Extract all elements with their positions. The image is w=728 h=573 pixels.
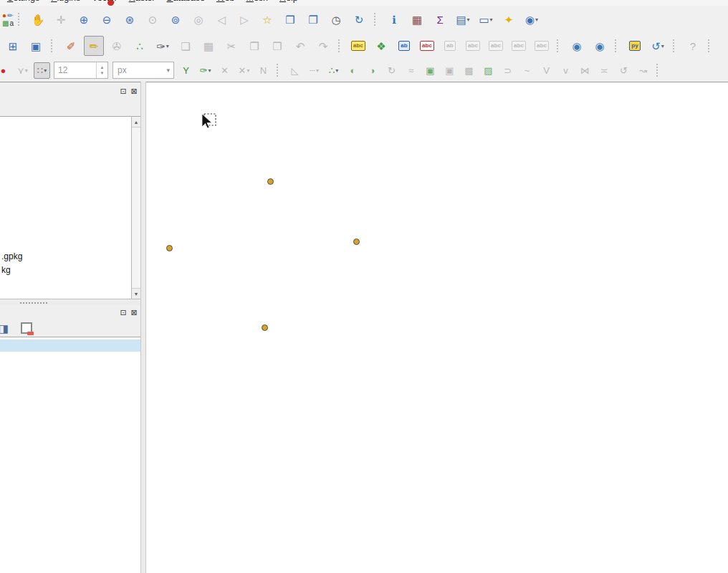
open-attribute-table-icon[interactable]: ▦ (407, 9, 427, 29)
vertex-tool-all-layers-icon[interactable]: ✕ (216, 62, 233, 79)
cad-tools-icon[interactable]: ◺ (287, 62, 303, 79)
browser-tree[interactable]: .gpkgkg ▲ ▼ (0, 116, 140, 299)
menu-raster[interactable]: Raster (123, 0, 161, 3)
zoom-out-icon[interactable]: ⊖ (97, 9, 117, 29)
reshape-features-icon[interactable]: ~ (519, 62, 535, 79)
snapping-tolerance-spin[interactable]: 12▲▼ (54, 62, 108, 79)
bookmarks-panel-icon[interactable]: ❐ (303, 9, 323, 29)
zoom-next-icon[interactable]: ▷ (234, 9, 254, 29)
layers-tree[interactable] (0, 337, 140, 573)
add-ring-icon[interactable]: ▣ (422, 62, 439, 79)
clipped-legend-filter-icon[interactable]: ◨ (0, 319, 14, 337)
float-panel-icon[interactable]: ⊡ (119, 308, 128, 317)
rotate-feature-icon[interactable]: ↻ (383, 62, 400, 79)
highlight-pinned-labels-icon[interactable]: abc (417, 36, 437, 56)
remove-layer-icon[interactable] (16, 319, 37, 337)
statistical-summary-icon[interactable]: Σ (430, 9, 450, 29)
vertex-snapping-icon[interactable]: ∷▾ (34, 62, 50, 79)
split-parts-icon[interactable]: v (557, 62, 574, 79)
close-panel-icon[interactable]: ⊠ (130, 308, 138, 317)
menu-settings[interactable]: Settings (1, 0, 45, 3)
layer-diagram-icon[interactable]: ❖ (371, 36, 391, 56)
new-map-view-icon[interactable]: ⊞ (3, 36, 23, 56)
undo-icon[interactable]: ↶ (290, 36, 310, 56)
redo-icon[interactable]: ↷ (313, 36, 333, 56)
delete-selected-icon[interactable]: ▦ (198, 36, 219, 56)
browser-item[interactable]: kg (0, 264, 140, 277)
pan-to-selection-icon[interactable]: ✛ (51, 9, 71, 29)
map-canvas[interactable] (146, 82, 728, 573)
globe-remove-icon[interactable]: ◉ (590, 36, 610, 56)
refresh-map-icon[interactable]: ↻ (349, 9, 369, 29)
menu-mesh[interactable]: Mesh (240, 0, 274, 3)
move-label-icon[interactable]: ab (440, 36, 460, 56)
close-panel-icon[interactable]: ⊠ (130, 87, 138, 95)
scroll-down-icon[interactable]: ▼ (132, 288, 140, 299)
modify-attributes-icon[interactable]: ❏ (176, 36, 196, 56)
delete-part-icon[interactable]: ▨ (480, 62, 497, 79)
new-3d-map-view-icon[interactable]: ▣ (26, 36, 46, 56)
zoom-native-icon[interactable]: ◎ (188, 9, 209, 29)
show-bookmarks-icon[interactable]: ❒ (280, 9, 300, 29)
menu-web[interactable]: Web (211, 0, 240, 3)
pin-labels-icon[interactable]: ab (394, 36, 414, 56)
globe-add-icon[interactable]: ◉ (567, 36, 587, 56)
rotate-label-icon[interactable]: abc (486, 36, 506, 56)
zoom-in-icon[interactable]: ⊕ (74, 9, 94, 29)
zoom-full-icon[interactable]: ⊛ (120, 9, 140, 29)
offset-curve-icon[interactable]: ⊃ (499, 62, 516, 79)
construction-guides-icon[interactable]: ┄▾ (306, 62, 322, 79)
python-console-icon[interactable]: py (625, 36, 645, 56)
new-spatial-bookmark-icon[interactable]: ☆ (257, 9, 277, 29)
zoom-last-icon[interactable]: ◁ (211, 9, 231, 29)
pan-map-icon[interactable]: ✋ (28, 9, 48, 29)
change-label-properties-icon[interactable]: abc (532, 36, 552, 56)
merge-features-icon[interactable]: ⋈ (577, 62, 593, 79)
undo-label-edits-icon[interactable]: abc (509, 36, 529, 56)
topological-editing-icon[interactable]: Y (178, 62, 194, 79)
paste-features-icon[interactable]: ❒ (267, 36, 287, 56)
snapping-mode-icon[interactable]: ⋎▾ (14, 62, 31, 79)
current-edits-icon[interactable]: ✐ (61, 36, 81, 56)
show-hide-labels-icon[interactable]: abc (463, 36, 483, 56)
rotate-point-symbols-icon[interactable]: ↺ (616, 62, 632, 79)
enable-tracing-icon[interactable]: ✑▾ (197, 62, 214, 79)
map-tips-icon[interactable]: ✦ (499, 9, 519, 29)
identify-features-icon[interactable]: ℹ (384, 9, 404, 29)
digitize-shape-icon[interactable]: ∴▾ (325, 62, 342, 79)
temporal-controller-icon[interactable]: ◷ (326, 9, 346, 29)
vertex-tool-current-layer-icon[interactable]: ✕▾ (236, 62, 252, 79)
save-layer-edits-icon[interactable]: ✇ (107, 36, 127, 56)
browser-item[interactable]: .gpkg (0, 250, 140, 264)
circular-arrow-plugin-icon[interactable]: ↺▾ (648, 36, 668, 56)
add-point-feature-icon[interactable]: ∴ (130, 36, 150, 56)
panel-splitter-horizontal[interactable] (0, 300, 140, 305)
menu-vector[interactable]: Vector (86, 0, 123, 3)
vertex-tool-icon[interactable]: ✑▾ (153, 36, 173, 56)
attribute-table-views-icon[interactable]: ▤▾ (453, 9, 473, 29)
offset-point-symbols-icon[interactable]: ↝ (635, 62, 651, 79)
measure-icon[interactable]: ▭▾ (476, 9, 496, 29)
menu-plugins[interactable]: Plugins (45, 0, 86, 3)
merge-attributes-icon[interactable]: ≍ (596, 62, 613, 79)
zoom-to-selection-icon[interactable]: ⊙ (143, 9, 163, 29)
move-feature-icon[interactable]: ◐ (345, 62, 361, 79)
delete-ring-icon[interactable]: ▩ (461, 62, 477, 79)
scroll-up-icon[interactable]: ▲ (132, 117, 140, 127)
browser-scrollbar[interactable]: ▲ ▼ (131, 117, 140, 299)
menu-help[interactable]: Help (274, 0, 304, 3)
layer-labeling-icon[interactable]: abc (348, 36, 368, 56)
zoom-to-layer-icon[interactable]: ⊚ (166, 9, 186, 29)
clipped-symbology-icons[interactable]: ●✏▩a (2, 11, 14, 27)
copy-features-icon[interactable]: ❐ (244, 36, 264, 56)
menu-database[interactable]: Database (161, 0, 211, 3)
float-panel-icon[interactable]: ⊡ (119, 87, 128, 95)
copy-move-feature-icon[interactable]: ◑ (364, 62, 380, 79)
clipped-red-icon[interactable]: ● (0, 62, 11, 79)
help-contents-icon[interactable]: ? (683, 36, 703, 56)
panel-splitter-vertical[interactable] (140, 82, 146, 573)
fill-ring-icon[interactable]: ▣ (441, 62, 458, 79)
simplify-feature-icon[interactable]: ≈ (403, 62, 419, 79)
selected-layer-row[interactable] (0, 340, 140, 352)
locator-search-icon[interactable]: ◉▾ (522, 9, 542, 29)
